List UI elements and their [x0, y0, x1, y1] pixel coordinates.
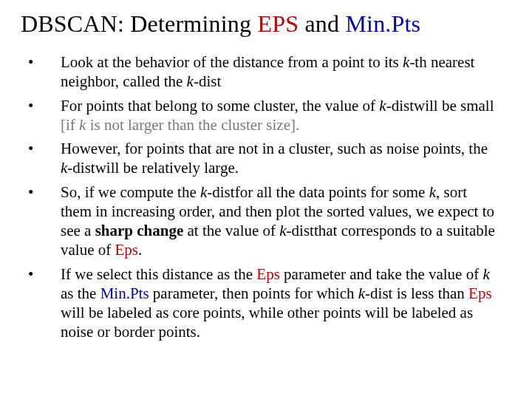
term-eps: Eps	[468, 284, 492, 302]
var-k: k	[379, 97, 386, 115]
text: -dist	[207, 183, 234, 201]
aside-text: is not larger than the cluster size].	[86, 116, 299, 134]
text: -dist	[386, 97, 414, 115]
text: For points that belong to some cluster, …	[61, 97, 379, 115]
list-item: Look at the behavior of the distance fro…	[28, 52, 498, 92]
text: parameter and take the value of	[280, 265, 483, 283]
slide: DBSCAN: Determining EPS and Min.Pts Look…	[0, 0, 532, 399]
title-minpts: Min.Pts	[345, 10, 420, 37]
text: -dist	[67, 159, 95, 177]
list-item: If we select this distance as the Eps pa…	[28, 265, 498, 342]
term-eps: Eps	[115, 241, 138, 259]
title-eps: EPS	[257, 10, 299, 37]
var-k: k	[403, 53, 409, 71]
var-k: k	[61, 159, 67, 177]
text: will be labeled as core points, while ot…	[61, 304, 473, 341]
bullet-list: Look at the behavior of the distance fro…	[21, 52, 511, 342]
term-minpts: Min.Pts	[100, 284, 149, 302]
var-k: k	[79, 116, 86, 134]
text: will be small	[414, 97, 494, 115]
list-item: For points that belong to some cluster, …	[28, 96, 498, 135]
var-k: k	[200, 183, 207, 201]
var-k: k	[279, 222, 286, 239]
text: If we select this distance as the	[61, 265, 256, 283]
text: as the	[61, 284, 100, 302]
list-item: However, for points that are not in a cl…	[28, 139, 498, 178]
text: However, for points that are not in a cl…	[61, 140, 488, 157]
text: for all the data points for some	[235, 183, 429, 201]
text: -dist	[287, 222, 314, 239]
var-k: k	[358, 284, 365, 302]
var-k: k	[429, 183, 436, 201]
text: parameter, then points for which	[149, 284, 358, 302]
title-text: DBSCAN: Determining	[21, 10, 257, 37]
text: at the value of	[183, 222, 279, 239]
term-eps: Eps	[256, 265, 280, 283]
slide-title: DBSCAN: Determining EPS and Min.Pts	[21, 10, 511, 38]
emphasis: sharp change	[95, 222, 184, 239]
text: So, if we compute the	[61, 183, 200, 201]
title-and: and	[299, 10, 345, 37]
text: -dist is less than	[365, 284, 468, 302]
text: .	[138, 241, 142, 259]
var-k: k	[187, 72, 194, 90]
aside-text: [if	[61, 116, 79, 134]
text: will be relatively large.	[95, 159, 239, 177]
text: -dist	[194, 72, 221, 90]
var-k: k	[482, 265, 489, 283]
list-item: So, if we compute the k-distfor all the …	[28, 183, 498, 260]
text: Look at the behavior of the distance fro…	[61, 53, 403, 71]
